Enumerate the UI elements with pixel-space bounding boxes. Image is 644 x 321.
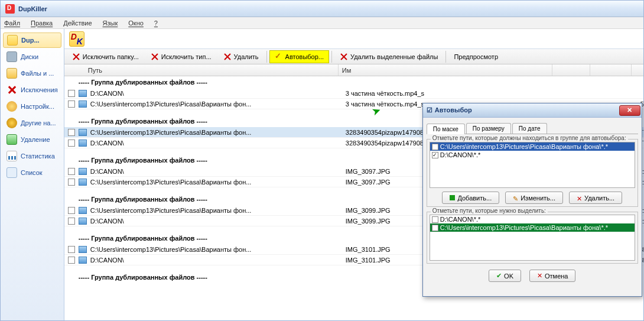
list-item[interactable]: D:\CANON\*.* [430,215,635,223]
cell-path: D:\CANON\ [89,140,343,147]
list-item-label: C:\Users\intercomp13\Pictures\Picasa\Вар… [440,143,608,150]
x-icon [340,53,348,61]
menu-help[interactable]: ? [154,20,158,27]
sidebar-item-6[interactable]: Удаление [3,132,61,147]
cell-path: D:\CANON\ [89,257,343,264]
row-checkbox[interactable] [67,100,76,108]
tab-mask[interactable]: По маске [427,124,465,134]
list-checkbox[interactable]: ✓ [432,225,438,231]
cell-path: D:\CANON\ [89,168,343,175]
menu-window[interactable]: Окно [128,20,144,27]
file-icon [79,218,87,225]
toolbar-btn-1[interactable]: Исключить тип... [145,50,217,63]
delete-button[interactable]: Удалить... [569,192,622,204]
toolbar-btn-5[interactable]: Предпросмотр [448,50,503,63]
toolbar-label: Удалить выделенные файлы [350,53,438,60]
list-select[interactable]: D:\CANON\*.*✓C:\Users\intercomp13\Pictur… [430,215,635,261]
sidebar-item-1[interactable]: Диски [3,49,61,64]
sidebar-item-label: Удаление [21,136,50,143]
list-item[interactable]: ✓D:\CANON\*.* [430,151,635,159]
del-icon [6,134,17,145]
main-area: Просмотр списка найде Исключить папку...… [64,29,644,320]
sidebar-item-3[interactable]: Исключения [3,82,61,98]
group-paths-include: Отметьте пути, которые должны находиться… [427,139,638,207]
toolbar-btn-2[interactable]: Удалить [218,50,264,63]
toolbar: Исключить папку...Исключить тип...Удалит… [64,49,644,64]
sidebar-item-4[interactable]: Настройк... [3,99,61,114]
add-button[interactable]: Добавить... [442,192,499,204]
toolbar-btn-0[interactable]: Исключить папку... [67,50,144,63]
gear-icon [6,101,17,112]
sidebar-item-0[interactable]: Dup... [3,33,61,48]
sidebar-item-8[interactable]: Список [3,165,61,180]
file-icon [79,257,87,264]
sidebar-item-label: Исключения [21,86,58,93]
file-icon [79,100,87,108]
ok-button[interactable]: ✔OK [489,270,521,282]
row-checkbox[interactable] [67,90,76,97]
list-item[interactable]: ✓C:\Users\intercomp13\Pictures\Picasa\Ва… [430,223,635,232]
table-row[interactable]: D:\CANON\3 частина чёткость.mp4_s [64,88,644,99]
menu-action[interactable]: Действие [63,20,92,27]
list-item-label: D:\CANON\*.* [440,216,480,223]
stat-icon [6,151,17,161]
titlebar[interactable]: DupKiller [1,1,643,17]
row-checkbox[interactable] [67,129,76,136]
group-paths-select: Отметьте пути, которые нужно выделить: D… [427,212,638,264]
sidebar-item-label: Настройк... [21,103,54,110]
group-header: ----- Группа дублированных файлов ----- [64,76,644,88]
col-date[interactable] [632,64,644,76]
autoselect-dialog: ☑Автовыбор ✕ По маске По размеру По дате… [422,103,642,297]
cell-path: C:\Users\intercomp13\Pictures\Picasa\Вар… [89,207,343,214]
file-icon [79,207,87,214]
row-checkbox[interactable] [67,140,76,147]
list-item-label: C:\Users\intercomp13\Pictures\Picasa\Вар… [440,224,608,231]
list-checkbox[interactable]: ✓ [432,144,438,150]
list-icon [6,167,17,178]
x-icon [223,53,232,61]
dialog-tabs: По маске По размеру По дате [427,121,638,134]
row-checkbox[interactable] [67,179,76,186]
row-checkbox[interactable] [67,218,76,225]
toolbar-label: Предпросмотр [454,53,498,60]
row-checkbox[interactable] [67,257,76,264]
cell-name: 3 частина чёткость.mp4_s [343,90,557,97]
group1-label: Отметьте пути, которые должны находиться… [431,135,628,141]
dialog-titlebar[interactable]: ☑Автовыбор ✕ [423,103,642,118]
col-size[interactable] [552,64,590,76]
toolbar-label: Автовыбор... [285,53,324,60]
toolbar-btn-4[interactable]: Удалить выделенные файлы [334,50,443,63]
row-checkbox[interactable] [67,246,76,253]
row-checkbox[interactable] [67,207,76,214]
row-checkbox[interactable] [67,168,76,175]
edit-button[interactable]: Изменить... [505,192,563,204]
group2-label: Отметьте пути, которые нужно выделить: [431,207,548,214]
col-path[interactable]: Путь [84,64,339,76]
x-icon [151,53,159,61]
tab-size[interactable]: По размеру [466,123,511,134]
cell-path: D:\CANON\ [89,90,343,97]
sidebar-item-7[interactable]: Статистика [3,148,61,164]
cell-path: C:\Users\intercomp13\Pictures\Picasa\Вар… [89,100,343,108]
gear2-icon [6,118,17,128]
tab-date[interactable]: По дате [512,123,547,134]
menu-file[interactable]: Файл [4,20,20,27]
cancel-button[interactable]: ✕Отмена [529,270,575,282]
sidebar-item-5[interactable]: Другие на... [3,115,61,131]
list-include[interactable]: ✓C:\Users\intercomp13\Pictures\Picasa\Ва… [430,142,635,188]
col-type[interactable] [590,64,632,76]
list-checkbox[interactable] [432,216,438,223]
toolbar-label: Исключить тип... [161,53,212,60]
sidebar-item-2[interactable]: Файлы и ... [3,66,61,81]
file-icon [79,140,87,147]
list-checkbox[interactable]: ✓ [432,152,438,158]
logo-icon [69,31,84,47]
list-item[interactable]: ✓C:\Users\intercomp13\Pictures\Picasa\Ва… [430,142,635,151]
menu-lang[interactable]: Язык [103,20,118,27]
menubar: Файл Правка Действие Язык Окно ? [1,17,643,29]
cell-path: C:\Users\intercomp13\Pictures\Picasa\Вар… [89,129,343,136]
menu-edit[interactable]: Правка [31,20,53,27]
toolbar-btn-3[interactable]: Автовыбор... [269,50,329,63]
col-name[interactable]: Им [339,64,552,76]
close-button[interactable]: ✕ [619,105,640,116]
